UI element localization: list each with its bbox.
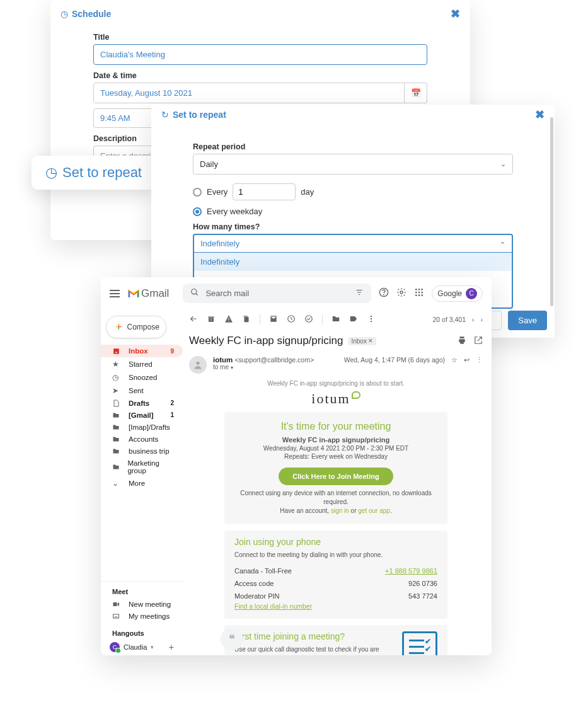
reply-icon[interactable]: ↩ — [464, 356, 470, 364]
back-icon[interactable] — [189, 314, 198, 325]
compose-button[interactable]: + Compose — [106, 316, 166, 338]
help-icon[interactable] — [379, 287, 389, 299]
folder-icon — [112, 435, 121, 443]
period-select[interactable]: Daily ⌄ — [193, 154, 513, 175]
diag-title: First time joining a meeting? — [234, 631, 393, 641]
label-icon[interactable] — [349, 314, 358, 325]
apps-icon[interactable] — [414, 287, 424, 299]
iotum-logo: iotum — [189, 391, 483, 407]
more-icon[interactable] — [367, 314, 376, 325]
gmail-header: Gmail Search mail Google C — [101, 277, 492, 309]
search-input[interactable]: Search mail — [183, 284, 371, 303]
calendar-button[interactable]: 📅 — [405, 83, 427, 103]
close-icon[interactable]: ✖ — [535, 108, 545, 122]
email-timestamp: Wed, Aug 4, 1:47 PM (6 days ago) — [344, 356, 445, 364]
chat-bubble-icon[interactable]: ❝ — [221, 628, 243, 650]
svg-point-24 — [196, 362, 199, 365]
join-meeting-button[interactable]: Click Here to Join Meeting — [279, 468, 393, 485]
every-radio-row[interactable]: Every day — [193, 183, 513, 200]
inbox-chip[interactable]: Inbox ✕ — [348, 337, 376, 345]
google-account-chip[interactable]: Google C — [432, 285, 483, 302]
spam-icon[interactable] — [224, 314, 233, 325]
svg-point-23 — [371, 320, 372, 321]
svg-point-14 — [415, 294, 417, 296]
move-icon[interactable] — [331, 314, 340, 325]
chevron-down-icon[interactable]: ▾ — [231, 365, 233, 370]
archive-icon[interactable] — [207, 314, 216, 325]
every-count-input[interactable] — [233, 183, 296, 200]
print-icon[interactable] — [458, 336, 466, 347]
radio-unchecked-icon — [193, 188, 202, 197]
sidebar-item--gmail-[interactable]: [Gmail]1 — [101, 409, 183, 421]
dial-link[interactable]: +1 888 579 9861 — [385, 567, 437, 575]
svg-point-10 — [422, 289, 424, 290]
email-preamble: Weekly FC in-app signup/pricing is about… — [189, 380, 483, 387]
svg-point-13 — [422, 292, 424, 294]
sidebar-item-snoozed[interactable]: ◷Snoozed — [101, 370, 183, 384]
avatar: C — [110, 642, 120, 652]
clock-icon: ◷ — [45, 164, 57, 181]
more-icon[interactable]: ⋮ — [476, 356, 483, 364]
title-label: Title — [93, 33, 427, 42]
snooze-icon[interactable] — [287, 314, 296, 325]
prev-icon[interactable]: ‹ — [472, 316, 475, 323]
phone-row: Moderator PIN543 7724 — [234, 590, 437, 602]
sender-avatar — [189, 356, 207, 374]
open-icon[interactable] — [474, 336, 483, 347]
sidebar-item-starred[interactable]: ★Starred — [101, 357, 183, 370]
star-icon[interactable]: ☆ — [451, 356, 458, 364]
period-label: Repeat period — [193, 142, 513, 151]
date-input[interactable]: Tuesday, August 10 2021 — [93, 83, 405, 103]
task-icon[interactable] — [304, 314, 313, 325]
find-local-link[interactable]: Find a local dial-in number — [234, 602, 312, 610]
sidebar-item-marketing-group[interactable]: Marketing group — [101, 457, 183, 476]
weekday-radio-row[interactable]: Every weekday — [193, 207, 513, 216]
gmail-window: Gmail Search mail Google C — [101, 277, 492, 655]
svg-point-7 — [400, 291, 403, 294]
phone-card: Join using your phone Connect to the mee… — [224, 531, 447, 619]
menu-icon[interactable] — [110, 290, 120, 297]
hangouts-user[interactable]: C Claudia ▾ + — [101, 640, 183, 655]
meet-item-my-meetings[interactable]: My meetings — [101, 610, 183, 622]
sidebar-item-inbox[interactable]: Inbox9 — [101, 345, 183, 357]
avatar: C — [466, 288, 477, 299]
plus-icon: + — [115, 321, 122, 333]
meet-item-new-meeting[interactable]: New meeting — [101, 598, 183, 610]
gear-icon[interactable] — [396, 287, 406, 299]
meeting-card: It's time for your meeting Weekly FC in-… — [224, 412, 447, 524]
gmail-logo[interactable]: Gmail — [127, 287, 169, 300]
next-icon[interactable]: › — [481, 316, 483, 323]
radio-checked-icon — [193, 207, 202, 216]
star-icon: ★ — [112, 360, 121, 369]
mail-icon[interactable] — [269, 314, 278, 325]
plus-icon[interactable]: + — [169, 642, 174, 652]
email-subject: Weekly FC in-app signup/pricing — [189, 335, 343, 347]
search-icon — [190, 288, 199, 299]
phone-row: Access code926 0736 — [234, 577, 437, 590]
time-input[interactable]: 9:45 AM — [93, 108, 156, 128]
save-button[interactable]: Save — [508, 311, 547, 330]
svg-point-8 — [415, 289, 417, 290]
gmail-sidebar: + Compose Inbox9★Starred◷Snoozed➤SentDra… — [101, 309, 183, 655]
sidebar-item-sent[interactable]: ➤Sent — [101, 384, 183, 397]
sidebar-item-drafts[interactable]: Drafts2 — [101, 397, 183, 409]
sidebar-item--imap-drafts[interactable]: [Imap]/Drafts — [101, 421, 183, 433]
repeat-title: Set to repeat — [173, 110, 226, 120]
sidebar-item-business-trip[interactable]: business trip — [101, 445, 183, 457]
close-icon[interactable]: ✖ — [451, 7, 460, 21]
datetime-label: Date & time — [93, 71, 427, 80]
phone-title: Join using your phone — [234, 537, 437, 547]
sidebar-item-accounts[interactable]: Accounts — [101, 433, 183, 445]
sidebar-item-more[interactable]: ⌄More — [101, 476, 183, 490]
svg-point-20 — [306, 315, 313, 322]
title-input[interactable] — [93, 44, 427, 65]
get-app-link[interactable]: get our app — [358, 507, 390, 514]
times-option[interactable]: Indefinitely — [194, 253, 512, 271]
diagnostic-card: First time joining a meeting? Use our qu… — [224, 625, 447, 655]
scrollbar[interactable] — [550, 117, 553, 306]
filter-icon[interactable] — [355, 288, 364, 299]
delete-icon[interactable] — [242, 314, 251, 325]
gmail-m-icon — [127, 289, 140, 299]
sign-in-link[interactable]: sign in — [331, 507, 349, 514]
svg-point-22 — [371, 318, 372, 319]
